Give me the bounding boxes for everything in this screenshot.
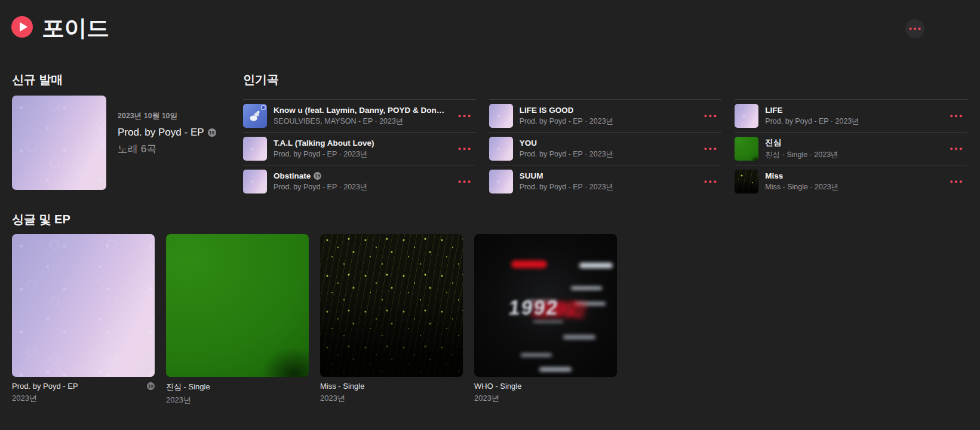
artist-page: 포이드 ●●● 신규 발매 2023년 10월 10일 Prod. by Poy… [0,0,980,430]
album-art-thumbnail [489,137,513,161]
album-year: 2023년 [474,393,617,404]
album-year: 2023년 [320,393,463,404]
song-more-button[interactable]: ●●● [703,110,720,121]
artist-name: 포이드 [42,13,109,44]
song-row[interactable]: Obstinate19 Prod. by Poyd - EP · 2023년 ●… [243,165,476,198]
singles-row: Prod. by Poyd - EP 19 2023년 진심 - Single … [12,234,617,406]
song-title: LIFE IS GOOD [520,106,574,115]
album-card[interactable]: WHO - Single 2023년 [474,234,617,406]
song-more-button[interactable]: ●●● [948,143,965,154]
song-text: 진심 진심 - Single · 2023년 [765,137,944,160]
song-title: Know u (feat. Laymin, Danny, POYD & Don… [274,106,444,115]
song-text: SUUM Prod. by Poyd - EP · 2023년 [520,171,698,192]
song-subtitle: SEOULVIBES, MAYSON - EP · 2023년 [274,116,452,127]
album-year: 2023년 [166,395,309,406]
song-more-button[interactable]: ●●● [948,176,965,187]
section-title-popular: 인기곡 [243,72,279,88]
song-text: Know u (feat. Laymin, Danny, POYD & Don…… [274,106,452,127]
song-more-button[interactable]: ●●● [457,176,474,187]
song-row[interactable]: 진심 진심 - Single · 2023년 ●●● [735,132,967,165]
ellipsis-icon: ●●● [909,26,922,32]
song-text: Obstinate19 Prod. by Poyd - EP · 2023년 [274,171,452,192]
song-row[interactable]: Miss Miss - Single · 2023년 ●●● [735,165,967,198]
popular-column-1: Know u (feat. Laymin, Danny, POYD & Don…… [243,99,476,198]
album-title: 진심 - Single [166,382,210,392]
album-art-thumbnail [735,104,758,128]
album-art[interactable] [474,234,617,377]
album-art[interactable] [320,234,463,377]
ellipsis-icon: ●●● [950,146,964,152]
ellipsis-icon: ●●● [458,179,472,185]
album-card[interactable]: 진심 - Single 2023년 [166,234,309,406]
song-more-button[interactable]: ●●● [703,176,720,187]
song-subtitle: Prod. by Poyd - EP · 2023년 [765,116,944,127]
song-subtitle: Prod. by Poyd - EP · 2023년 [274,149,452,159]
song-title: T.A.L (Talking About Love) [274,139,374,148]
song-text: T.A.L (Talking About Love) Prod. by Poyd… [274,139,452,159]
album-art-thumbnail [735,137,758,161]
age-rating-badge: 19 [147,382,155,390]
song-row[interactable]: SUUM Prod. by Poyd - EP · 2023년 ●●● [489,165,722,198]
song-text: LIFE IS GOOD Prod. by Poyd - EP · 2023년 [520,106,698,127]
song-subtitle: Prod. by Poyd - EP · 2023년 [520,116,698,127]
album-art-thumbnail [735,170,758,194]
song-row[interactable]: Know u (feat. Laymin, Danny, POYD & Don…… [243,99,476,132]
album-art-thumbnail [243,137,267,161]
album-art-thumbnail [489,170,513,194]
song-row[interactable]: LIFE Prod. by Poyd - EP · 2023년 ●●● [735,99,967,132]
ellipsis-icon: ●●● [950,179,964,185]
song-subtitle: Miss - Single · 2023년 [765,182,944,192]
song-title: YOU [520,139,537,148]
song-title: LIFE [765,106,782,115]
album-title: Prod. by Poyd - EP [12,382,78,391]
play-button[interactable] [11,16,33,38]
age-rating-badge: 19 [208,128,216,137]
album-art-thumbnail [243,104,267,128]
more-button[interactable]: ●●● [905,19,924,38]
song-subtitle: 진심 - Single · 2023년 [765,150,944,160]
album-card[interactable]: Miss - Single 2023년 [320,234,463,406]
new-release-album-art[interactable] [12,96,106,190]
song-more-button[interactable]: ●●● [703,143,720,154]
ellipsis-icon: ●●● [704,179,718,185]
album-card[interactable]: Prod. by Poyd - EP 19 2023년 [12,234,155,406]
song-row[interactable]: YOU Prod. by Poyd - EP · 2023년 ●●● [489,132,722,165]
song-title: Obstinate [274,171,311,180]
song-title: 진심 [765,137,781,148]
song-more-button[interactable]: ●●● [948,110,965,121]
ellipsis-icon: ●●● [704,146,718,152]
song-more-button[interactable]: ●●● [457,110,474,121]
song-title: Miss [765,171,783,180]
song-title: SUUM [520,171,543,180]
section-title-singles: 싱글 및 EP [12,211,70,228]
ellipsis-icon: ●●● [950,113,964,119]
popular-column-2: LIFE IS GOOD Prod. by Poyd - EP · 2023년 … [489,99,722,198]
ellipsis-icon: ●●● [458,146,472,152]
album-title: Prod. by Poyd - EP [118,127,204,139]
album-art[interactable] [166,234,309,377]
ellipsis-icon: ●●● [704,113,718,119]
ellipsis-icon: ●●● [458,113,472,119]
album-art-thumbnail [489,104,513,128]
song-row[interactable]: LIFE IS GOOD Prod. by Poyd - EP · 2023년 … [489,99,722,132]
song-row[interactable]: T.A.L (Talking About Love) Prod. by Poyd… [243,132,476,165]
song-subtitle: Prod. by Poyd - EP · 2023년 [520,149,698,159]
album-title: Miss - Single [320,382,364,391]
song-text: YOU Prod. by Poyd - EP · 2023년 [520,139,698,159]
song-more-button[interactable]: ●●● [457,143,474,154]
album-art[interactable] [12,234,155,377]
album-title: WHO - Single [474,382,521,391]
popular-songs-grid: Know u (feat. Laymin, Danny, POYD & Don…… [243,99,967,198]
section-title-new-release: 신규 발매 [12,72,63,88]
song-subtitle: Prod. by Poyd - EP · 2023년 [520,182,698,192]
popular-column-3: LIFE Prod. by Poyd - EP · 2023년 ●●● 진심 진… [735,99,967,198]
album-art-thumbnail [243,170,267,194]
song-text: LIFE Prod. by Poyd - EP · 2023년 [765,106,944,127]
song-text: Miss Miss - Single · 2023년 [765,171,944,192]
age-rating-badge: 19 [314,172,321,180]
album-year: 2023년 [12,393,155,404]
play-icon [20,22,27,32]
song-subtitle: Prod. by Poyd - EP · 2023년 [274,182,452,192]
